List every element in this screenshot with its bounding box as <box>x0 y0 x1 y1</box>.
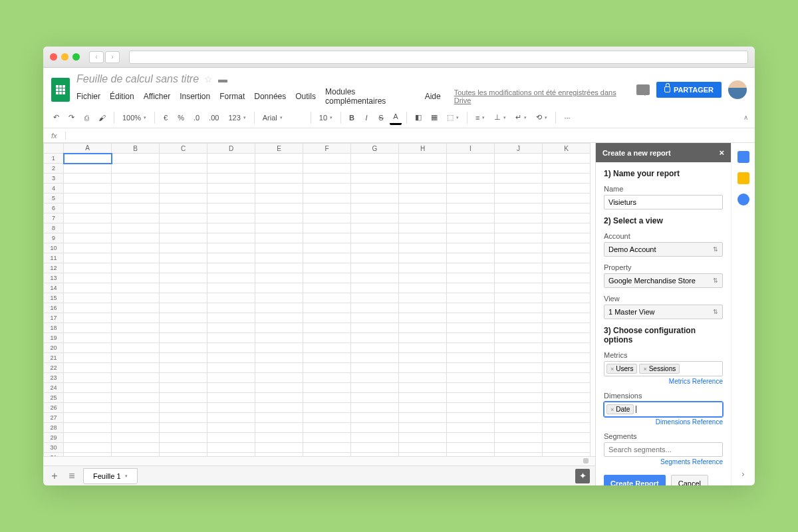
redo-button[interactable]: ↷ <box>65 110 78 124</box>
cell[interactable] <box>351 263 399 273</box>
cell[interactable] <box>303 203 351 213</box>
cell[interactable] <box>351 323 399 333</box>
expand-panel-button[interactable]: › <box>741 469 744 479</box>
cell[interactable] <box>495 323 543 333</box>
cell[interactable] <box>207 383 255 393</box>
cell[interactable] <box>255 273 303 283</box>
cell[interactable] <box>255 253 303 263</box>
cell[interactable] <box>399 313 447 323</box>
cell[interactable] <box>303 323 351 333</box>
row-header[interactable]: 4 <box>44 184 64 194</box>
cell[interactable] <box>351 443 399 453</box>
cell[interactable] <box>64 203 112 213</box>
cell[interactable] <box>495 174 543 184</box>
dimensions-input[interactable]: Date <box>604 402 723 417</box>
undo-button[interactable]: ↶ <box>50 110 63 124</box>
cell[interactable] <box>543 433 591 443</box>
row-header[interactable]: 21 <box>44 353 64 363</box>
cell[interactable] <box>160 403 207 413</box>
cell[interactable] <box>64 423 112 433</box>
cell[interactable] <box>447 154 495 164</box>
cell[interactable] <box>64 323 112 333</box>
create-report-button[interactable]: Create Report <box>604 475 666 485</box>
row-header[interactable]: 13 <box>44 273 64 283</box>
cell[interactable] <box>160 353 207 363</box>
cell[interactable] <box>303 164 351 174</box>
all-sheets-button[interactable]: ≡ <box>66 470 78 482</box>
cell[interactable] <box>160 413 207 423</box>
cell[interactable] <box>303 423 351 433</box>
wrap-button[interactable]: ↵ <box>512 111 530 124</box>
cell[interactable] <box>160 293 207 303</box>
cell[interactable] <box>543 174 591 184</box>
cell[interactable] <box>303 273 351 283</box>
cell[interactable] <box>255 363 303 373</box>
row-header[interactable]: 15 <box>44 293 64 303</box>
segments-input[interactable] <box>604 442 723 457</box>
cell[interactable] <box>160 423 207 433</box>
cell[interactable] <box>112 433 160 443</box>
cell[interactable] <box>112 164 160 174</box>
calendar-icon[interactable] <box>737 151 749 163</box>
cell[interactable] <box>207 243 255 253</box>
cell[interactable] <box>495 333 543 343</box>
column-header[interactable]: B <box>112 144 160 154</box>
cell[interactable] <box>351 413 399 423</box>
cell[interactable] <box>447 333 495 343</box>
cell[interactable] <box>255 203 303 213</box>
cell[interactable] <box>351 433 399 443</box>
cell[interactable] <box>207 363 255 373</box>
chip-date[interactable]: Date <box>606 404 634 414</box>
column-header[interactable]: H <box>399 144 447 154</box>
cell[interactable] <box>399 443 447 453</box>
cell[interactable] <box>399 323 447 333</box>
cell[interactable] <box>399 413 447 423</box>
cell[interactable] <box>112 194 160 203</box>
cell[interactable] <box>207 233 255 243</box>
cell[interactable] <box>447 223 495 233</box>
cell[interactable] <box>160 323 207 333</box>
cell[interactable] <box>495 223 543 233</box>
cell[interactable] <box>543 184 591 194</box>
paint-format-button[interactable]: 🖌 <box>95 111 109 124</box>
cell[interactable] <box>160 373 207 383</box>
cell[interactable] <box>399 383 447 393</box>
cell[interactable] <box>207 403 255 413</box>
cell[interactable] <box>399 433 447 443</box>
nav-forward-button[interactable]: › <box>105 51 120 63</box>
cell[interactable] <box>112 393 160 403</box>
cell[interactable] <box>64 373 112 383</box>
cell[interactable] <box>207 293 255 303</box>
cell[interactable] <box>303 194 351 203</box>
cell[interactable] <box>255 154 303 164</box>
cell[interactable] <box>160 313 207 323</box>
cell[interactable] <box>255 174 303 184</box>
cell[interactable] <box>112 273 160 283</box>
row-header[interactable]: 5 <box>44 194 64 203</box>
cell[interactable] <box>495 353 543 363</box>
cell[interactable] <box>303 343 351 353</box>
cell[interactable] <box>399 233 447 243</box>
cell[interactable] <box>543 363 591 373</box>
cell[interactable] <box>447 184 495 194</box>
cell[interactable] <box>255 413 303 423</box>
cell[interactable] <box>207 353 255 363</box>
merge-button[interactable]: ⬚ <box>444 111 462 124</box>
cell[interactable] <box>495 423 543 433</box>
column-header[interactable]: J <box>495 144 543 154</box>
menu-edit[interactable]: Édition <box>110 92 134 101</box>
sheet-tab[interactable]: Feuille 1 <box>83 468 138 484</box>
cell[interactable] <box>160 273 207 283</box>
cell[interactable] <box>495 373 543 383</box>
cell[interactable] <box>495 383 543 393</box>
cell[interactable] <box>495 184 543 194</box>
strikethrough-button[interactable]: S <box>375 111 387 124</box>
cell[interactable] <box>112 323 160 333</box>
cell[interactable] <box>351 403 399 413</box>
cell[interactable] <box>207 283 255 293</box>
cell[interactable] <box>495 403 543 413</box>
cell[interactable] <box>112 413 160 423</box>
cell[interactable] <box>447 423 495 433</box>
cell[interactable] <box>447 383 495 393</box>
cell[interactable] <box>495 303 543 313</box>
